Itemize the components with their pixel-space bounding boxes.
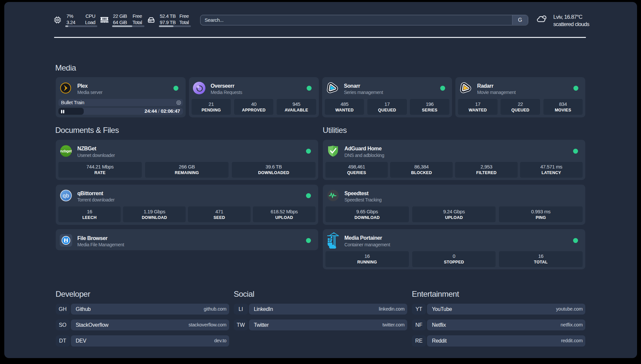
- svg-text:nzbget: nzbget: [60, 149, 72, 153]
- svg-text:qb: qb: [63, 193, 69, 199]
